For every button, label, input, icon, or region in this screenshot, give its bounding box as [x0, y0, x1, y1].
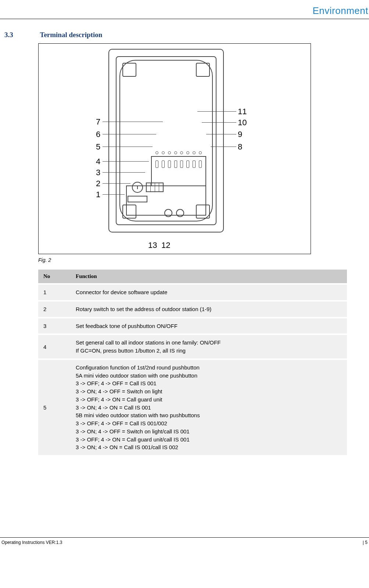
connector-icon [128, 196, 147, 202]
table-header-no: No [38, 270, 71, 283]
table-cell-no: 2 [38, 302, 71, 317]
callout-11: 11 [238, 107, 247, 116]
callout-10: 10 [238, 118, 247, 127]
table-row: 1Connector for device software update [38, 285, 347, 300]
table-cell-fn: Set feedback tone of pushbutton ON/OFF [71, 318, 347, 334]
table-cell-fn: Set general call to all indoor stations … [71, 335, 347, 358]
table-cell-no: 1 [38, 285, 71, 300]
footer-left: Operating Instructions VER:1.3 [1, 540, 62, 545]
header-divider [0, 19, 369, 19]
callout-9: 9 [238, 130, 242, 139]
callout-5: 5 [96, 142, 100, 152]
callout-2: 2 [96, 179, 100, 188]
footer-page: 5 [363, 540, 368, 545]
table-row: 3Set feedback tone of pushbutton ON/OFF [38, 318, 347, 334]
table-cell-no: 5 [38, 360, 71, 455]
callout-12: 12 [161, 241, 170, 250]
callout-6: 6 [96, 130, 100, 139]
table-cell-fn: Rotary switch to set the address of outd… [71, 302, 347, 317]
callout-1: 1 [96, 190, 100, 199]
table-cell-fn: Configuration function of 1st/2nd round … [71, 360, 347, 455]
section-heading: 3.3 Terminal description [4, 31, 354, 39]
callout-13: 13 [148, 241, 157, 250]
table-cell-fn: Connector for device software update [71, 285, 347, 300]
figure-caption: Fig. 2 [38, 257, 354, 263]
table-row: 5Configuration function of 1st/2nd round… [38, 360, 347, 455]
table-cell-no: 4 [38, 335, 71, 358]
callout-4: 4 [96, 157, 100, 166]
callout-3: 3 [96, 168, 100, 177]
figure-box: 1 2 3 4 5 6 7 8 9 10 11 13 12 [38, 43, 311, 254]
table-row: 4Set general call to all indoor stations… [38, 335, 347, 358]
rotary-switch-icon [132, 182, 143, 193]
table-header-fn: Function [71, 270, 347, 283]
terminal-block [151, 156, 206, 186]
section-number: 3.3 [4, 31, 38, 39]
brand-header: Environment [0, 0, 369, 19]
table-cell-no: 3 [38, 318, 71, 334]
section-title: Terminal description [40, 31, 102, 39]
device-outline [108, 49, 224, 232]
function-table: No Function 1Connector for device softwa… [38, 268, 347, 457]
dip-switch-icon [146, 183, 164, 192]
table-row: 2Rotary switch to set the address of out… [38, 302, 347, 317]
callout-8: 8 [238, 142, 242, 152]
callout-7: 7 [96, 117, 100, 127]
